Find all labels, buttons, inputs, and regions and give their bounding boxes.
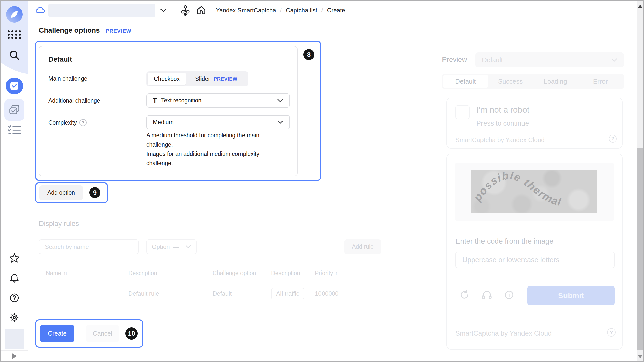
option-filter-label: Option — [152, 243, 170, 250]
header-priority[interactable]: Priority↑ — [315, 270, 381, 277]
sidebar-item-captcha-list[interactable] — [4, 99, 24, 121]
annotation-badge-9: 9 — [89, 187, 100, 198]
option-filter-value: — — [173, 243, 179, 250]
rules-table: Name↑↓ Description Challenge option Desc… — [39, 267, 381, 304]
add-option-button[interactable]: Add option — [39, 185, 83, 200]
chevron-down-icon — [277, 120, 283, 124]
vertical-scrollbar[interactable] — [637, 1, 643, 361]
sidebar-item-smartcaptcha-active[interactable] — [6, 78, 23, 94]
annotation-actions: Create Cancel 10 — [35, 319, 143, 348]
submit-button[interactable]: Submit — [527, 286, 615, 305]
avatar[interactable] — [5, 329, 24, 349]
captcha-help-icon[interactable]: ? — [609, 135, 617, 143]
dots-grid-icon — [7, 30, 22, 40]
complexity-help-line-2: Images for an additional medium complexi… — [146, 149, 284, 168]
expand-sidebar-icon[interactable] — [12, 353, 17, 359]
robot-checkbox[interactable] — [455, 105, 470, 119]
additional-challenge-label: Additional challenge — [48, 97, 100, 104]
page-title-row: Challenge options PREVIEW — [39, 26, 131, 34]
cloud-icon — [36, 7, 45, 14]
settings-button[interactable] — [1, 312, 28, 323]
breadcrumb-separator: / — [280, 7, 282, 14]
gear-icon — [9, 312, 20, 323]
scroll-up-arrow[interactable] — [638, 5, 642, 8]
refresh-icon[interactable] — [459, 290, 469, 300]
sidebar — [1, 1, 28, 361]
complexity-help-text: A medium threshold for completing the ma… — [146, 131, 284, 168]
rules-option-filter[interactable]: Option — — [146, 239, 197, 254]
tab-loading[interactable]: Loading — [533, 75, 578, 88]
complexity-select[interactable]: Medium — [146, 115, 290, 129]
favorites-button[interactable] — [1, 253, 28, 263]
smartcaptcha-branding: SmartCaptcha by Yandex Cloud — [455, 330, 552, 337]
sidebar-item-rules[interactable] — [1, 125, 28, 136]
captcha-help-icon[interactable]: ? — [607, 328, 616, 337]
breadcrumb-item-current: Create — [327, 7, 345, 14]
breadcrumb-item-service[interactable]: Yandex SmartCaptcha — [216, 7, 276, 14]
breadcrumb-separator: / — [321, 7, 323, 14]
chevron-down-icon — [611, 58, 617, 62]
smartcaptcha-branding: SmartCaptcha by Yandex Cloud — [455, 136, 545, 144]
sort-icon: ↑↓ — [63, 270, 67, 276]
scrollbar-thumb[interactable] — [637, 148, 643, 350]
text-recognition-icon: T — [153, 97, 157, 104]
header-name[interactable]: Name↑↓ — [46, 270, 128, 277]
yandex-cloud-logo[interactable] — [1, 6, 28, 23]
additional-challenge-select[interactable]: T Text recognition — [146, 93, 290, 108]
add-rule-button[interactable]: Add rule — [344, 239, 381, 254]
cell-traffic: All traffic — [271, 288, 315, 299]
complexity-label: Complexity — [48, 119, 77, 126]
complexity-help-line-1: A medium threshold for completing the ma… — [146, 131, 284, 149]
rules-table-header: Name↑↓ Description Challenge option Desc… — [39, 267, 381, 279]
sidebar-curve — [1, 62, 28, 75]
display-rules-title: Display rules — [39, 220, 79, 228]
preview-option-value: Default — [482, 56, 503, 64]
header-description: Description — [128, 270, 213, 277]
notifications-button[interactable] — [1, 273, 28, 284]
info-icon[interactable] — [504, 290, 514, 300]
audio-challenge-icon[interactable] — [481, 290, 492, 300]
scroll-down-arrow[interactable] — [638, 355, 642, 358]
create-button[interactable]: Create — [40, 325, 74, 342]
chevron-down-icon[interactable] — [160, 8, 167, 12]
all-services-icon[interactable] — [1, 30, 28, 40]
cell-name: — — [46, 290, 128, 297]
cell-description: Default rule — [128, 290, 213, 297]
tab-default[interactable]: Default — [443, 75, 488, 88]
preview-option-select[interactable]: Default — [475, 52, 624, 67]
table-row: — Default rule Default All traffic 10000… — [39, 283, 381, 304]
cloud-logo-icon — [6, 6, 23, 23]
chevron-down-icon — [277, 99, 283, 102]
svg-text:possible thermal: possible thermal — [471, 170, 562, 208]
checklist-icon — [8, 125, 21, 136]
captcha-code-input[interactable] — [455, 252, 615, 268]
support-button[interactable] — [1, 293, 28, 303]
tab-success[interactable]: Success — [488, 75, 533, 88]
breadcrumb-item-list[interactable]: Captcha list — [286, 7, 317, 14]
app-window: Yandex SmartCaptcha / Captcha list / Cre… — [0, 0, 644, 362]
sidebar-search-button[interactable] — [1, 49, 28, 61]
robot-check-card: I'm not a robot Press to continue SmartC… — [446, 98, 623, 149]
tab-error[interactable]: Error — [578, 75, 623, 88]
segment-slider-label: Slider — [195, 76, 210, 82]
service-map-icon[interactable] — [181, 5, 190, 16]
topbar: Yandex SmartCaptcha / Captcha list / Cre… — [28, 1, 637, 20]
all-traffic-chip: All traffic — [271, 288, 304, 299]
home-icon[interactable] — [197, 6, 206, 15]
overlapping-frames-icon — [8, 104, 20, 116]
captcha-challenge-card: possible thermal Enter the code from the… — [446, 154, 623, 350]
segment-slider[interactable]: Slider PREVIEW — [186, 73, 247, 85]
folder-selector[interactable] — [48, 4, 155, 17]
sidebar-expand-strip — [1, 350, 28, 361]
complexity-help-icon[interactable]: ? — [79, 119, 87, 126]
main-challenge-segmented: Checkbox Slider PREVIEW — [146, 71, 248, 86]
complexity-value: Medium — [153, 119, 174, 126]
cell-priority: 1000000 — [315, 290, 381, 297]
rules-search-input[interactable] — [39, 239, 139, 254]
segment-checkbox[interactable]: Checkbox — [148, 73, 186, 85]
breadcrumb: Yandex SmartCaptcha / Captcha list / Cre… — [216, 7, 345, 14]
search-icon — [9, 49, 20, 61]
cancel-button[interactable]: Cancel — [86, 325, 119, 342]
captcha-distorted-text: possible thermal — [471, 170, 597, 213]
main-challenge-label: Main challenge — [48, 75, 87, 82]
